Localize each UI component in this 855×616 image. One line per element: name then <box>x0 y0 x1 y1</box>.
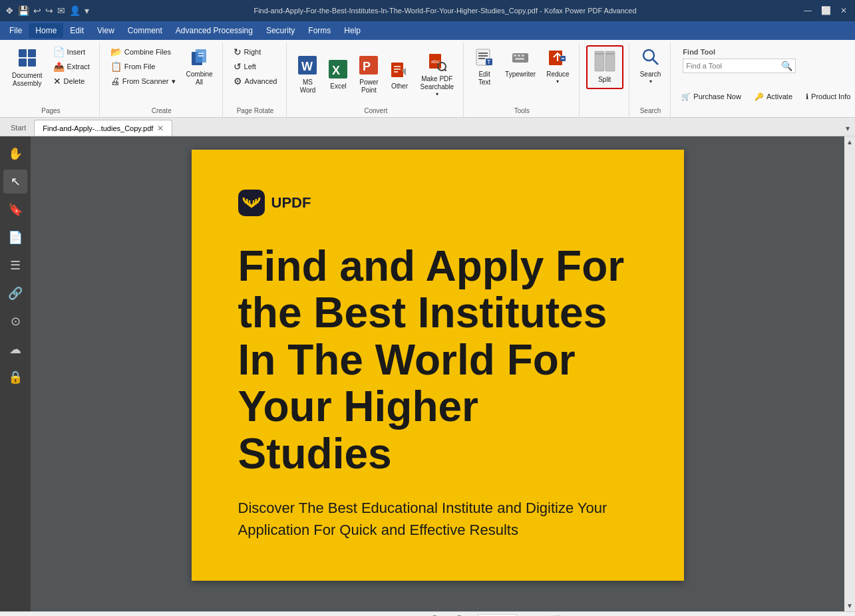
edit-text-icon: T <box>475 48 494 69</box>
menu-edit[interactable]: Edit <box>63 23 90 38</box>
rotate-left-btn[interactable]: ↺ Left <box>230 60 281 73</box>
zoom-select[interactable]: 120% 100% 75% 50% <box>478 614 517 617</box>
search-btn[interactable]: Search ▾ <box>636 45 665 87</box>
typewriter-icon <box>511 48 530 69</box>
right-scroll[interactable]: ▲ ▼ <box>844 136 855 611</box>
tab-close-btn[interactable]: ✕ <box>157 124 164 133</box>
list-view-btn[interactable]: ☰ <box>3 253 27 277</box>
scroll-down-btn[interactable]: ▼ <box>844 600 855 611</box>
from-scanner-btn[interactable]: 🖨 From Scanner ▾ <box>106 75 180 88</box>
edit-text-btn[interactable]: T EditText <box>470 45 498 89</box>
rotate-advanced-icon: ⚙ <box>234 76 242 86</box>
dropdown-icon[interactable]: ▾ <box>85 5 89 16</box>
reduce-icon <box>548 48 567 69</box>
combine-all-btn[interactable]: CombineAll <box>182 45 217 89</box>
lock-btn[interactable]: 🔒 <box>3 365 27 389</box>
split-icon <box>594 51 615 75</box>
document-assembly-btn[interactable]: DocumentAssembly <box>8 45 47 90</box>
excel-btn[interactable]: X Excel <box>324 57 352 93</box>
user-icon[interactable]: 👤 <box>69 5 81 16</box>
purchase-now-btn[interactable]: 🛒 Purchase Now <box>677 91 745 102</box>
from-file-btn[interactable]: 📋 From File <box>106 60 180 73</box>
svg-rect-32 <box>522 55 524 57</box>
combine-files-btn[interactable]: 📂 Combine Files <box>106 45 180 59</box>
svg-rect-3 <box>28 59 36 67</box>
window-title: Find-and-Apply-For-the-Best-Institutes-I… <box>89 7 801 15</box>
menu-file[interactable]: File <box>3 23 29 38</box>
from-scanner-icon: 🖨 <box>110 76 120 86</box>
typewriter-btn[interactable]: Typewriter <box>501 45 540 81</box>
svg-text:P: P <box>363 60 371 73</box>
other-convert-btn[interactable]: Other <box>385 57 413 93</box>
pdf-area: UPDF Find and Apply For the Best Institu… <box>31 136 844 611</box>
menu-home[interactable]: Home <box>29 23 63 38</box>
rotate-advanced-btn[interactable]: ⚙ Advanced <box>230 75 281 88</box>
tab-expand-btn[interactable]: ▾ <box>843 121 852 136</box>
bookmark-btn[interactable]: 🔖 <box>3 198 27 222</box>
convert-label: Convert <box>293 107 458 117</box>
svg-rect-0 <box>19 49 27 57</box>
delete-btn[interactable]: ✕ Delete <box>49 75 94 88</box>
close-btn[interactable]: ✕ <box>838 6 850 15</box>
app-icon: ❖ <box>5 5 14 16</box>
document-assembly-label: DocumentAssembly <box>12 72 43 88</box>
tab-label: Find-and-Apply-...tudies_Copy.pdf <box>43 124 153 132</box>
menu-help[interactable]: Help <box>337 23 367 38</box>
email-icon[interactable]: ✉ <box>57 5 65 16</box>
powerpoint-btn[interactable]: P PowerPoint <box>355 53 383 97</box>
search-label: Search <box>636 107 665 117</box>
link-btn[interactable]: 🔗 <box>3 281 27 305</box>
svg-line-21 <box>444 69 446 71</box>
save-icon[interactable]: 💾 <box>18 5 29 16</box>
menu-view[interactable]: View <box>90 23 121 38</box>
ribbon-group-pages: DocumentAssembly 📄 Insert 📤 Extract ✕ De… <box>3 43 100 117</box>
updf-logo: UPDF <box>238 190 637 216</box>
extract-btn[interactable]: 📤 Extract <box>49 60 94 73</box>
status-center: |◀ ◀ ▶ ▶| 1 of 31 🔍− 🔍+ 120% 100% 75% 50… <box>61 614 835 617</box>
rotate-left-icon: ↺ <box>234 61 242 72</box>
powerpoint-icon: P <box>359 56 378 77</box>
redo-icon[interactable]: ↪ <box>45 5 53 16</box>
find-tool-search-icon[interactable]: 🔍 <box>781 61 792 71</box>
pdf-heading: Find and Apply For the Best Institutes I… <box>238 243 637 477</box>
stamp-btn[interactable]: ⊙ <box>3 309 27 333</box>
menu-advanced-processing[interactable]: Advanced Processing <box>169 23 259 38</box>
ribbon-group-tools: T EditText Typewriter <box>465 43 580 117</box>
activate-btn[interactable]: 🔑 Activate <box>751 91 796 102</box>
split-label <box>586 114 623 117</box>
tab-start[interactable]: Start <box>3 120 34 136</box>
svg-text:W: W <box>301 60 313 73</box>
minimize-btn[interactable]: — <box>801 6 814 15</box>
search-icon <box>641 48 660 69</box>
hand-tool-btn[interactable]: ✋ <box>3 142 27 166</box>
product-info-btn[interactable]: ℹ Product Info <box>802 91 854 102</box>
rotate-right-btn[interactable]: ↻ Right <box>230 45 281 59</box>
svg-rect-30 <box>514 55 516 57</box>
window-controls: — ⬜ ✕ <box>801 6 850 15</box>
svg-rect-33 <box>515 58 524 60</box>
scroll-track[interactable] <box>844 148 855 600</box>
reduce-btn[interactable]: Reduce ▾ <box>542 45 573 87</box>
find-tool-box[interactable]: 🔍 <box>683 59 796 73</box>
maximize-btn[interactable]: ⬜ <box>818 6 834 15</box>
page-view-btn[interactable]: 📄 <box>3 226 27 249</box>
cloud-btn[interactable]: ☁ <box>3 337 27 361</box>
find-tool-input[interactable] <box>686 62 781 70</box>
split-btn[interactable]: Split <box>586 45 623 89</box>
svg-text:abc: abc <box>431 59 440 65</box>
updf-logo-text: UPDF <box>271 194 311 212</box>
tools-label: Tools <box>470 107 574 117</box>
make-pdf-searchable-btn[interactable]: abc Make PDFSearchable ▾ <box>416 50 458 100</box>
ms-word-btn[interactable]: W MSWord <box>293 53 321 97</box>
insert-btn[interactable]: 📄 Insert <box>49 45 94 59</box>
tab-active[interactable]: Find-and-Apply-...tudies_Copy.pdf ✕ <box>34 120 172 136</box>
svg-rect-31 <box>518 55 520 57</box>
menu-security[interactable]: Security <box>259 23 301 38</box>
scroll-up-btn[interactable]: ▲ <box>844 136 855 148</box>
undo-icon[interactable]: ↩ <box>33 5 41 16</box>
menu-forms[interactable]: Forms <box>301 23 337 38</box>
select-tool-btn[interactable]: ↖ <box>3 170 27 194</box>
ribbon-group-split: Split <box>581 43 629 117</box>
extract-icon: 📤 <box>53 61 65 72</box>
menu-comment[interactable]: Comment <box>121 23 169 38</box>
